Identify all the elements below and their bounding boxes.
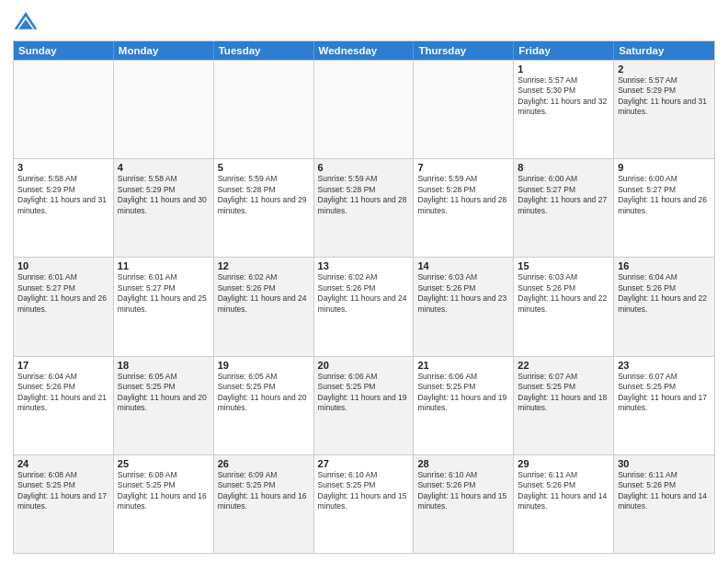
day-info: Sunrise: 6:08 AM Sunset: 5:25 PM Dayligh…	[17, 470, 109, 512]
day-number: 23	[618, 360, 711, 371]
day-info: Sunrise: 6:08 AM Sunset: 5:25 PM Dayligh…	[118, 470, 210, 512]
day-info: Sunrise: 6:01 AM Sunset: 5:27 PM Dayligh…	[17, 272, 109, 315]
calendar-row: 3Sunrise: 5:58 AM Sunset: 5:29 PM Daylig…	[14, 158, 714, 257]
calendar-cell: 2Sunrise: 5:57 AM Sunset: 5:29 PM Daylig…	[614, 61, 714, 158]
calendar-cell	[114, 61, 214, 158]
day-number: 11	[118, 260, 210, 271]
day-number: 5	[218, 162, 310, 173]
calendar-cell: 10Sunrise: 6:01 AM Sunset: 5:27 PM Dayli…	[14, 258, 114, 355]
weekday-header: Sunday	[14, 41, 114, 60]
calendar-cell: 8Sunrise: 6:00 AM Sunset: 5:27 PM Daylig…	[514, 159, 614, 257]
calendar-cell: 26Sunrise: 6:09 AM Sunset: 5:25 PM Dayli…	[214, 455, 314, 553]
weekday-header: Friday	[514, 41, 614, 60]
day-info: Sunrise: 6:03 AM Sunset: 5:26 PM Dayligh…	[417, 272, 509, 315]
calendar-cell	[314, 61, 415, 158]
weekday-header: Wednesday	[314, 41, 415, 60]
calendar-row: 10Sunrise: 6:01 AM Sunset: 5:27 PM Dayli…	[14, 257, 714, 355]
calendar-cell: 19Sunrise: 6:05 AM Sunset: 5:25 PM Dayli…	[214, 357, 314, 454]
day-number: 3	[17, 162, 109, 173]
calendar-cell: 3Sunrise: 5:58 AM Sunset: 5:29 PM Daylig…	[14, 159, 114, 257]
day-info: Sunrise: 6:01 AM Sunset: 5:27 PM Dayligh…	[118, 272, 210, 315]
day-number: 28	[417, 458, 509, 469]
day-info: Sunrise: 6:03 AM Sunset: 5:26 PM Dayligh…	[518, 272, 609, 315]
calendar-row: 24Sunrise: 6:08 AM Sunset: 5:25 PM Dayli…	[14, 454, 714, 553]
calendar-cell	[14, 61, 114, 158]
day-info: Sunrise: 5:59 AM Sunset: 5:28 PM Dayligh…	[417, 174, 509, 216]
day-number: 19	[218, 360, 310, 371]
day-info: Sunrise: 6:05 AM Sunset: 5:25 PM Dayligh…	[118, 372, 210, 414]
calendar-row: 17Sunrise: 6:04 AM Sunset: 5:26 PM Dayli…	[14, 356, 714, 454]
day-number: 4	[118, 162, 210, 173]
calendar-cell: 29Sunrise: 6:11 AM Sunset: 5:26 PM Dayli…	[514, 455, 614, 553]
day-number: 8	[518, 162, 609, 173]
weekday-header: Monday	[114, 41, 214, 60]
day-info: Sunrise: 5:58 AM Sunset: 5:29 PM Dayligh…	[118, 174, 210, 216]
day-number: 14	[417, 260, 509, 271]
day-number: 27	[318, 458, 410, 469]
day-number: 15	[518, 260, 609, 271]
day-number: 7	[417, 162, 509, 173]
day-number: 16	[618, 260, 711, 271]
calendar-body: 1Sunrise: 5:57 AM Sunset: 5:30 PM Daylig…	[14, 60, 714, 553]
day-number: 1	[518, 63, 609, 75]
day-info: Sunrise: 6:11 AM Sunset: 5:26 PM Dayligh…	[618, 470, 711, 512]
day-info: Sunrise: 5:59 AM Sunset: 5:28 PM Dayligh…	[218, 174, 310, 216]
day-info: Sunrise: 6:02 AM Sunset: 5:26 PM Dayligh…	[218, 272, 310, 315]
day-number: 6	[318, 162, 410, 173]
day-number: 9	[618, 162, 711, 173]
calendar-cell: 20Sunrise: 6:06 AM Sunset: 5:25 PM Dayli…	[314, 357, 415, 454]
calendar-cell: 23Sunrise: 6:07 AM Sunset: 5:25 PM Dayli…	[614, 357, 714, 454]
weekday-header: Thursday	[414, 41, 514, 60]
day-info: Sunrise: 5:57 AM Sunset: 5:29 PM Dayligh…	[618, 75, 711, 118]
day-info: Sunrise: 6:00 AM Sunset: 5:27 PM Dayligh…	[618, 174, 711, 216]
day-info: Sunrise: 5:58 AM Sunset: 5:29 PM Dayligh…	[17, 174, 109, 216]
calendar-cell: 6Sunrise: 5:59 AM Sunset: 5:28 PM Daylig…	[314, 159, 415, 257]
calendar-cell: 1Sunrise: 5:57 AM Sunset: 5:30 PM Daylig…	[514, 61, 614, 158]
day-number: 13	[318, 260, 410, 271]
calendar-cell: 30Sunrise: 6:11 AM Sunset: 5:26 PM Dayli…	[614, 455, 714, 553]
calendar-cell: 16Sunrise: 6:04 AM Sunset: 5:26 PM Dayli…	[614, 258, 714, 355]
calendar-cell: 22Sunrise: 6:07 AM Sunset: 5:25 PM Dayli…	[514, 357, 614, 454]
day-info: Sunrise: 5:57 AM Sunset: 5:30 PM Dayligh…	[518, 75, 609, 118]
logo-icon	[13, 9, 39, 35]
day-number: 21	[417, 360, 509, 371]
calendar-cell: 15Sunrise: 6:03 AM Sunset: 5:26 PM Dayli…	[514, 258, 614, 355]
header	[13, 9, 715, 35]
calendar-cell: 28Sunrise: 6:10 AM Sunset: 5:26 PM Dayli…	[414, 455, 514, 553]
calendar-cell: 9Sunrise: 6:00 AM Sunset: 5:27 PM Daylig…	[614, 159, 714, 257]
day-info: Sunrise: 6:02 AM Sunset: 5:26 PM Dayligh…	[318, 272, 410, 315]
page: SundayMondayTuesdayWednesdayThursdayFrid…	[0, 0, 728, 563]
day-number: 29	[518, 458, 609, 469]
weekday-header: Saturday	[614, 41, 714, 60]
calendar-cell: 27Sunrise: 6:10 AM Sunset: 5:25 PM Dayli…	[314, 455, 415, 553]
day-info: Sunrise: 6:06 AM Sunset: 5:25 PM Dayligh…	[318, 372, 410, 414]
calendar: SundayMondayTuesdayWednesdayThursdayFrid…	[13, 40, 715, 554]
calendar-cell: 21Sunrise: 6:06 AM Sunset: 5:25 PM Dayli…	[414, 357, 514, 454]
day-number: 10	[17, 260, 109, 271]
day-number: 22	[518, 360, 609, 371]
day-number: 25	[118, 458, 210, 469]
weekday-header: Tuesday	[214, 41, 314, 60]
calendar-cell: 14Sunrise: 6:03 AM Sunset: 5:26 PM Dayli…	[414, 258, 514, 355]
day-info: Sunrise: 6:06 AM Sunset: 5:25 PM Dayligh…	[417, 372, 509, 414]
day-info: Sunrise: 6:11 AM Sunset: 5:26 PM Dayligh…	[518, 470, 609, 512]
calendar-cell	[414, 61, 514, 158]
calendar-cell: 4Sunrise: 5:58 AM Sunset: 5:29 PM Daylig…	[114, 159, 214, 257]
calendar-cell: 17Sunrise: 6:04 AM Sunset: 5:26 PM Dayli…	[14, 357, 114, 454]
day-number: 24	[17, 458, 109, 469]
calendar-header: SundayMondayTuesdayWednesdayThursdayFrid…	[14, 41, 714, 60]
day-number: 26	[218, 458, 310, 469]
day-info: Sunrise: 6:10 AM Sunset: 5:25 PM Dayligh…	[318, 470, 410, 512]
day-number: 17	[17, 360, 109, 371]
day-info: Sunrise: 6:04 AM Sunset: 5:26 PM Dayligh…	[618, 272, 711, 315]
day-number: 30	[618, 458, 711, 469]
day-info: Sunrise: 6:09 AM Sunset: 5:25 PM Dayligh…	[218, 470, 310, 512]
day-number: 20	[318, 360, 410, 371]
calendar-cell: 13Sunrise: 6:02 AM Sunset: 5:26 PM Dayli…	[314, 258, 415, 355]
day-info: Sunrise: 6:05 AM Sunset: 5:25 PM Dayligh…	[218, 372, 310, 414]
calendar-cell: 11Sunrise: 6:01 AM Sunset: 5:27 PM Dayli…	[114, 258, 214, 355]
day-number: 12	[218, 260, 310, 271]
logo	[13, 9, 42, 35]
calendar-cell: 7Sunrise: 5:59 AM Sunset: 5:28 PM Daylig…	[414, 159, 514, 257]
day-info: Sunrise: 5:59 AM Sunset: 5:28 PM Dayligh…	[318, 174, 410, 216]
